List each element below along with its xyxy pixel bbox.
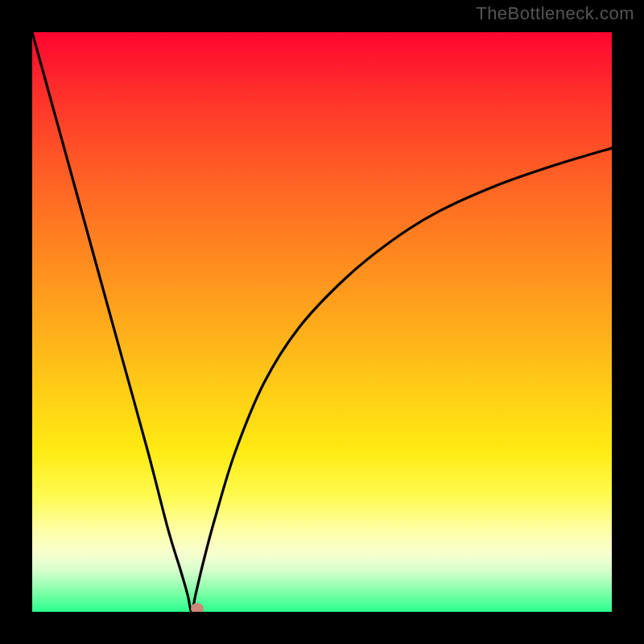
watermark-text: TheBottleneck.com <box>476 3 634 24</box>
bottleneck-curve <box>32 32 612 612</box>
chart-frame: TheBottleneck.com <box>0 0 644 644</box>
plot-area <box>32 32 612 612</box>
minimum-marker-dot <box>191 603 204 612</box>
